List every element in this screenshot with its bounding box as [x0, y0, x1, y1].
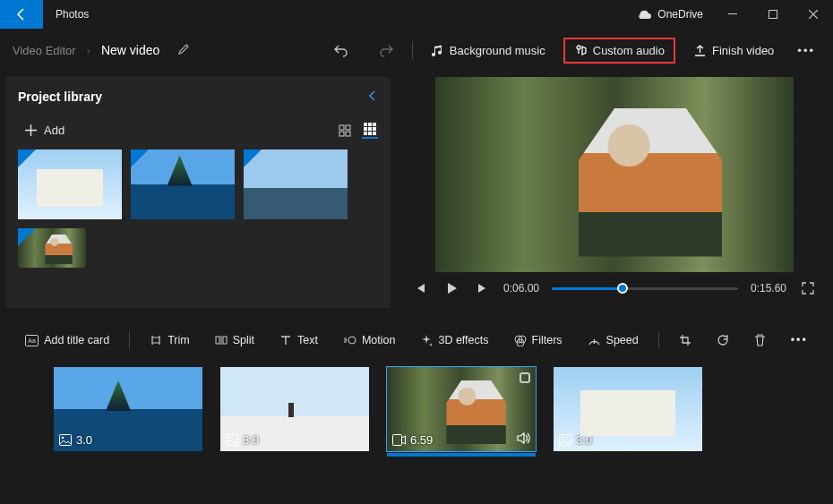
fullscreen-icon [802, 282, 814, 295]
edit-title-button[interactable] [177, 43, 190, 58]
grid-large-icon [339, 124, 351, 137]
motion-icon [343, 334, 356, 346]
app-title: Photos [43, 8, 89, 21]
finish-video-button[interactable]: Finish video [683, 38, 785, 64]
svg-text:Aa: Aa [28, 337, 36, 344]
clip-duration: 3.0 [243, 433, 259, 447]
svg-rect-14 [368, 132, 372, 135]
svg-rect-6 [346, 132, 350, 136]
clip-duration: 3.0 [576, 433, 592, 447]
video-preview[interactable] [435, 77, 794, 272]
library-thumb[interactable] [131, 149, 235, 219]
svg-rect-8 [368, 123, 372, 126]
breadcrumb[interactable]: Video Editor [13, 44, 76, 57]
music-icon [431, 44, 444, 57]
svg-rect-1 [769, 11, 777, 19]
trim-icon [150, 334, 162, 346]
motion-label: Motion [362, 334, 396, 346]
next-frame-button[interactable] [473, 283, 491, 294]
audio-indicator-icon [517, 432, 530, 447]
close-button[interactable] [793, 0, 833, 29]
svg-point-2 [577, 46, 580, 49]
play-button[interactable] [442, 282, 460, 295]
video-icon [392, 434, 406, 446]
crop-button[interactable] [674, 331, 697, 349]
fullscreen-button[interactable] [799, 282, 817, 295]
storyboard-clip[interactable]: 3.0 [554, 367, 702, 451]
image-icon [226, 434, 238, 446]
storyboard-clip[interactable]: 3.0 [220, 367, 369, 451]
redo-button[interactable] [367, 36, 405, 64]
3d-effects-button[interactable]: 3D effects [415, 331, 494, 349]
add-label: Add [44, 124, 64, 137]
project-library-panel: Project library Add [5, 77, 391, 308]
svg-rect-4 [346, 125, 350, 130]
svg-rect-9 [373, 123, 376, 126]
svg-rect-12 [373, 127, 376, 131]
back-button[interactable] [0, 0, 43, 29]
svg-point-28 [228, 437, 231, 440]
text-button[interactable]: Text [274, 331, 323, 349]
text-icon [279, 334, 292, 346]
custom-audio-button[interactable]: Custom audio [563, 38, 675, 64]
svg-rect-15 [373, 132, 376, 135]
library-thumb[interactable] [18, 149, 122, 219]
background-music-button[interactable]: Background music [420, 38, 556, 64]
motion-button[interactable]: Motion [338, 331, 401, 349]
onedrive-button[interactable]: OneDrive [636, 8, 703, 21]
library-thumb[interactable] [18, 228, 86, 268]
storyboard-clip[interactable]: 6.59 [387, 367, 536, 457]
trim-label: Trim [167, 334, 190, 346]
collapse-library-button[interactable] [367, 90, 378, 104]
more-button[interactable]: ••• [792, 39, 820, 62]
pencil-icon [177, 43, 190, 56]
cloud-icon [636, 9, 652, 20]
svg-rect-11 [368, 127, 372, 131]
trash-icon [754, 334, 766, 346]
svg-rect-18 [216, 337, 219, 344]
image-icon [559, 434, 571, 446]
filters-button[interactable]: Filters [509, 331, 568, 349]
export-icon [693, 44, 707, 57]
speed-button[interactable]: Speed [582, 331, 644, 349]
svg-rect-3 [339, 125, 344, 130]
more-storyboard-button[interactable]: ••• [786, 329, 813, 351]
clip-duration: 6.59 [410, 433, 433, 447]
svg-rect-10 [364, 127, 367, 131]
bg-music-label: Background music [450, 44, 545, 57]
add-media-button[interactable]: Add [18, 120, 72, 141]
rotate-button[interactable] [711, 331, 734, 349]
svg-rect-27 [227, 435, 238, 446]
step-back-icon [416, 283, 426, 294]
grid-small-icon [364, 123, 376, 135]
large-grid-view-button[interactable] [337, 123, 353, 139]
split-button[interactable]: Split [210, 331, 260, 349]
svg-rect-7 [364, 123, 367, 126]
onedrive-label: OneDrive [657, 8, 703, 21]
seek-slider[interactable] [552, 281, 738, 295]
step-forward-icon [477, 283, 487, 294]
separator [412, 41, 413, 59]
image-icon [59, 434, 72, 446]
title-card-icon: Aa [25, 335, 39, 346]
minimize-button[interactable] [712, 0, 752, 29]
prev-frame-button[interactable] [412, 283, 430, 294]
video-title[interactable]: New video [101, 43, 159, 57]
undo-button[interactable] [322, 36, 360, 64]
svg-point-20 [348, 337, 356, 344]
delete-button[interactable] [749, 331, 771, 349]
library-thumb[interactable] [244, 149, 348, 219]
storyboard-clip[interactable]: 3.0 [54, 367, 202, 451]
svg-point-26 [62, 437, 64, 440]
trim-button[interactable]: Trim [144, 331, 195, 349]
maximize-button[interactable] [752, 0, 793, 29]
undo-icon [333, 42, 349, 58]
svg-point-24 [593, 342, 595, 344]
filters-label: Filters [532, 334, 562, 346]
plus-icon [25, 124, 37, 136]
add-title-card-button[interactable]: Aa Add title card [20, 331, 115, 349]
chevron-left-icon [367, 90, 378, 101]
speed-icon [588, 335, 601, 346]
filters-icon [514, 334, 527, 346]
small-grid-view-button[interactable] [362, 123, 378, 139]
